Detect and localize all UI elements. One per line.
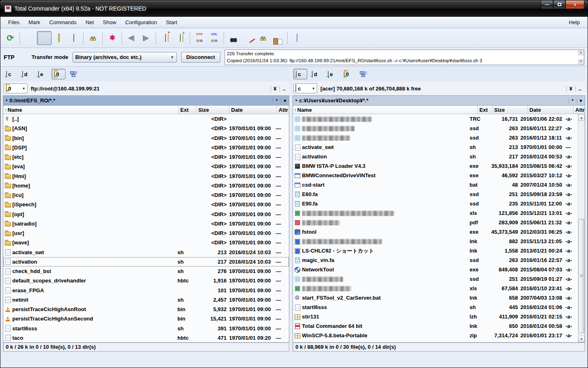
toolbar-button-thumbnails[interactable] bbox=[52, 31, 66, 45]
toolbar-button-brief-view[interactable] bbox=[22, 31, 37, 45]
right-drive-button-e[interactable]: ▼e bbox=[325, 69, 339, 79]
maximize-button[interactable] bbox=[553, 0, 565, 9]
left-drive-button-¥[interactable]: ¥ bbox=[68, 69, 82, 79]
right-path-dropdown-button[interactable]: ▼ bbox=[577, 98, 585, 103]
file-row[interactable]: [Hmi]<DIR>1970/01/01 09:00— bbox=[3, 172, 289, 181]
log-scroll-down-icon[interactable]: ▼ bbox=[578, 59, 583, 64]
title-bar[interactable]: Total Commander (x64) 8.52a - NOT REGIST… bbox=[0, 0, 588, 17]
file-row[interactable]: activate_swtsh2131970/01/01 00:00— bbox=[293, 142, 578, 152]
left-drive-button-c[interactable]: c bbox=[4, 69, 18, 79]
file-row[interactable]: csd-startbat482007/01/24 10:50-a- bbox=[293, 180, 578, 190]
left-header-attr[interactable]: Attr bbox=[277, 106, 289, 114]
left-path-bar[interactable]: ▼0:/mnt/EFS_RO/*.**▼ bbox=[3, 95, 289, 105]
file-row[interactable]: WinSCP-5.8.beta-Portablezip7,314,7242016… bbox=[293, 331, 578, 340]
right-scrollbar[interactable]: ▲▼ bbox=[578, 114, 585, 342]
menu-item-start[interactable]: Start bbox=[161, 18, 182, 27]
left-root-dir-button[interactable]: ¥ bbox=[270, 86, 279, 92]
left-drive-button-e[interactable]: ▼e bbox=[36, 69, 50, 79]
menu-item-configuration[interactable]: Configuration bbox=[121, 18, 161, 27]
file-row[interactable]: start_FSTool_v2_CarServer.batlnk6582007/… bbox=[293, 293, 578, 303]
toolbar-button-ftp-url[interactable]: URL bbox=[207, 31, 222, 45]
file-row[interactable]: magic_vin.fassd2632016/01/16 22:57-a- bbox=[293, 255, 578, 265]
file-row[interactable]: erase_FPGA1011970/01/01 09:00— bbox=[3, 286, 289, 295]
toolbar-button-ftp-connect[interactable]: FTP bbox=[192, 31, 207, 45]
file-row[interactable]: [bin]<DIR>1970/01/01 09:00— bbox=[3, 133, 289, 143]
right-parent-dir-button[interactable]: .. bbox=[575, 86, 584, 92]
right-file-list[interactable]: TRC16,7312016/01/06 22:02-a-ssd2632016/0… bbox=[293, 114, 585, 343]
left-history-button[interactable]: * bbox=[272, 98, 281, 103]
toolbar-button-copy-info[interactable] bbox=[270, 31, 285, 45]
toolbar-button-pack[interactable]: ▼ bbox=[158, 31, 173, 45]
menu-item-mark[interactable]: Mark bbox=[24, 18, 45, 27]
close-button[interactable]: x bbox=[565, 0, 584, 9]
toolbar-button-full-view[interactable] bbox=[37, 31, 52, 45]
ftp-log[interactable]: 226 Transfer complete. Copied (2016/01/2… bbox=[225, 50, 584, 65]
log-scroll-up-icon[interactable]: ▲ bbox=[578, 50, 583, 55]
left-header-ext[interactable]: Ext bbox=[178, 106, 196, 114]
toolbar-button-search[interactable] bbox=[226, 31, 241, 45]
right-drive-button-c[interactable]: c bbox=[293, 69, 307, 79]
right-drive-button-¥[interactable]: ¥ bbox=[357, 69, 371, 79]
right-drive-combo[interactable]: c▼ bbox=[293, 84, 317, 93]
menu-item-help[interactable]: Help bbox=[564, 18, 584, 27]
file-row[interactable]: [home]<DIR>1970/01/01 09:00— bbox=[3, 181, 289, 190]
right-header-ext[interactable]: Ext bbox=[477, 106, 492, 114]
right-header-attr[interactable]: Attr bbox=[573, 106, 585, 114]
right-header-date[interactable]: Date bbox=[527, 106, 573, 114]
file-row[interactable]: [opt]<DIR>1970/01/01 09:00— bbox=[3, 210, 289, 219]
toolbar-button-run-command[interactable]: ✱ bbox=[105, 31, 120, 45]
file-row[interactable]: [ASN]<DIR>1970/01/01 09:00— bbox=[3, 124, 289, 133]
toolbar-button-sync-dirs[interactable] bbox=[256, 31, 270, 45]
left-drive-combo[interactable]: 0▼ bbox=[4, 84, 27, 93]
file-row[interactable]: E90.fassd2352015/11/01 12:00-a- bbox=[293, 199, 578, 208]
right-drive-button-0[interactable]: 0 bbox=[341, 69, 355, 79]
file-row[interactable]: tacohbtc4711970/01/01 09:20— bbox=[3, 333, 289, 343]
file-row[interactable]: activate_swtsh2132016/01/24 10:03— bbox=[3, 248, 289, 257]
menu-item-net[interactable]: Net bbox=[81, 18, 98, 27]
toolbar-button-back[interactable]: ◀ bbox=[124, 31, 139, 45]
file-row[interactable]: lnk8822015/11/13 21:05-a- bbox=[293, 237, 578, 246]
file-row[interactable] bbox=[293, 340, 578, 343]
file-row[interactable]: ssd2632016/01/11 22:27-a- bbox=[293, 124, 578, 133]
file-row[interactable]: [iSpeech]<DIR>1970/01/01 09:00— bbox=[3, 200, 289, 209]
file-row[interactable]: [icu]<DIR>1970/01/01 09:00— bbox=[3, 190, 289, 200]
right-header-size[interactable]: Size bbox=[492, 106, 527, 114]
file-row[interactable]: [etc]<DIR>1970/01/01 09:00— bbox=[3, 152, 289, 162]
file-row[interactable]: startl6ssssh3911970/01/01 09:00— bbox=[3, 324, 289, 333]
left-path-dropdown-button[interactable]: ▼ bbox=[281, 98, 289, 103]
left-header-name[interactable]: ↑Name bbox=[3, 106, 178, 114]
file-row[interactable]: [DSP]<DIR>1970/01/01 09:00— bbox=[3, 143, 289, 152]
file-row[interactable]: stir131lzh411,9092016/01/21 02:15-a- bbox=[293, 312, 578, 321]
scrollbar-thumb[interactable] bbox=[579, 219, 584, 333]
right-history-button[interactable]: * bbox=[568, 98, 577, 103]
file-row[interactable]: NetworkToolexe849,4082015/08/04 07:03-a- bbox=[293, 265, 578, 274]
toolbar-button-multi-rename[interactable] bbox=[241, 31, 256, 45]
scroll-up-icon[interactable]: ▲ bbox=[578, 114, 585, 121]
file-row[interactable]: [satradio]<DIR>1970/01/01 09:00— bbox=[3, 219, 289, 228]
file-row[interactable]: [usr]<DIR>1970/01/01 09:00— bbox=[3, 228, 289, 238]
file-row[interactable]: activationsh2172016/01/24 00:53-a- bbox=[293, 152, 578, 161]
toolbar-button-forward[interactable]: ▶ bbox=[139, 31, 154, 45]
file-row[interactable]: E60.fassd2512015/09/18 23:59-a- bbox=[293, 190, 578, 199]
file-row[interactable]: check_hdd_bstsh2761970/01/01 09:00— bbox=[3, 266, 289, 276]
file-row[interactable]: [..]<DIR> bbox=[3, 114, 289, 124]
left-header-size[interactable]: Size bbox=[196, 106, 229, 114]
file-row[interactable]: [eva]<DIR>1970/01/01 09:00— bbox=[3, 162, 289, 171]
toolbar-button-unpack[interactable]: ▲ bbox=[173, 31, 188, 45]
right-header-name[interactable]: ↑Name bbox=[293, 106, 477, 114]
file-row[interactable]: LS-CHLC92 - ショートカットlnk1,5582013/01/21 00… bbox=[293, 246, 578, 255]
file-row[interactable]: fstoolexe45,373,5492012/03/31 06:25-a- bbox=[293, 227, 578, 237]
menu-item-show[interactable]: Show bbox=[98, 18, 121, 27]
menu-item-files[interactable]: Files bbox=[4, 18, 24, 27]
file-row[interactable]: ssd2632016/01/12 18:11-a- bbox=[293, 133, 578, 142]
left-header-date[interactable]: Date bbox=[229, 106, 277, 114]
scroll-down-icon[interactable]: ▼ bbox=[578, 336, 585, 342]
menu-item-commands[interactable]: Commands bbox=[45, 18, 81, 27]
file-row[interactable]: BMW ISTA-P Loader V4.3exe35,933,1842015/… bbox=[293, 161, 578, 171]
file-row[interactable]: activationsh2172016/01/24 10:03— bbox=[3, 257, 289, 266]
file-row[interactable]: persistTraceCicHighAsnRootbin5,9321970/0… bbox=[3, 305, 289, 314]
file-row[interactable]: xls67,5842016/01/10 23:41-a- bbox=[293, 284, 578, 293]
file-row[interactable]: Total Commander 64 bitlnk6502016/01/24 0… bbox=[293, 321, 578, 331]
file-row[interactable]: [wave]<DIR>1970/01/01 09:00— bbox=[3, 238, 289, 247]
transfer-mode-select[interactable]: Binary (archives, doc etc.) ▼ bbox=[73, 52, 177, 63]
